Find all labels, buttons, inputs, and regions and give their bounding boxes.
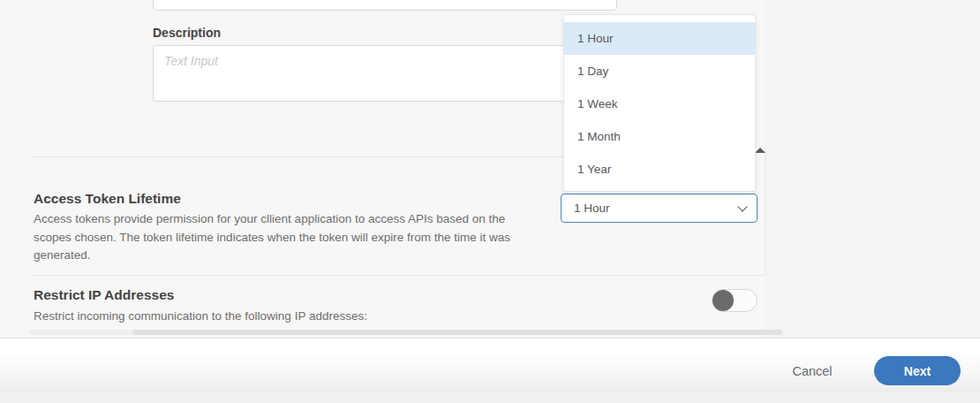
- description-textarea[interactable]: [153, 45, 617, 102]
- access-token-lifetime-title: Access Token Lifetime: [34, 191, 181, 207]
- access-token-lifetime-select[interactable]: 1 Hour: [561, 194, 758, 223]
- dropdown-option-1-day[interactable]: 1 Day: [564, 55, 755, 87]
- restrict-ip-toggle[interactable]: [712, 289, 758, 312]
- dropdown-option-1-year[interactable]: 1 Year: [564, 153, 755, 186]
- lifetime-dropdown-menu: 1 Hour 1 Day 1 Week 1 Month 1 Year: [563, 14, 756, 192]
- horizontal-scrollbar-thumb[interactable]: [132, 330, 782, 335]
- access-token-lifetime-description: Access tokens provide permission for you…: [34, 210, 526, 265]
- content-right-divider: [765, 148, 765, 275]
- section-divider: [32, 275, 765, 276]
- description-label: Description: [153, 26, 221, 40]
- dropdown-option-1-week[interactable]: 1 Week: [564, 87, 755, 120]
- dropdown-option-1-month[interactable]: 1 Month: [564, 120, 755, 153]
- right-margin-area: [765, 0, 980, 338]
- connected-app-form: Description 1 Hour 1 Day 1 Week 1 Month …: [0, 0, 980, 403]
- lifetime-select-value: 1 Hour: [574, 202, 739, 215]
- dropdown-option-1-hour[interactable]: 1 Hour: [564, 22, 755, 55]
- section-divider: [32, 156, 563, 157]
- horizontal-scrollbar-track: [29, 330, 782, 335]
- chevron-down-icon: [737, 202, 747, 211]
- next-button[interactable]: Next: [874, 356, 961, 385]
- scroll-up-icon[interactable]: [755, 148, 765, 153]
- cancel-button[interactable]: Cancel: [779, 356, 846, 385]
- restrict-ip-title: Restrict IP Addresses: [34, 287, 174, 303]
- toggle-knob: [712, 290, 734, 311]
- page-background-strip: [0, 392, 980, 403]
- restrict-ip-description: Restrict incoming communication to the f…: [34, 308, 528, 326]
- name-input[interactable]: [153, 0, 617, 11]
